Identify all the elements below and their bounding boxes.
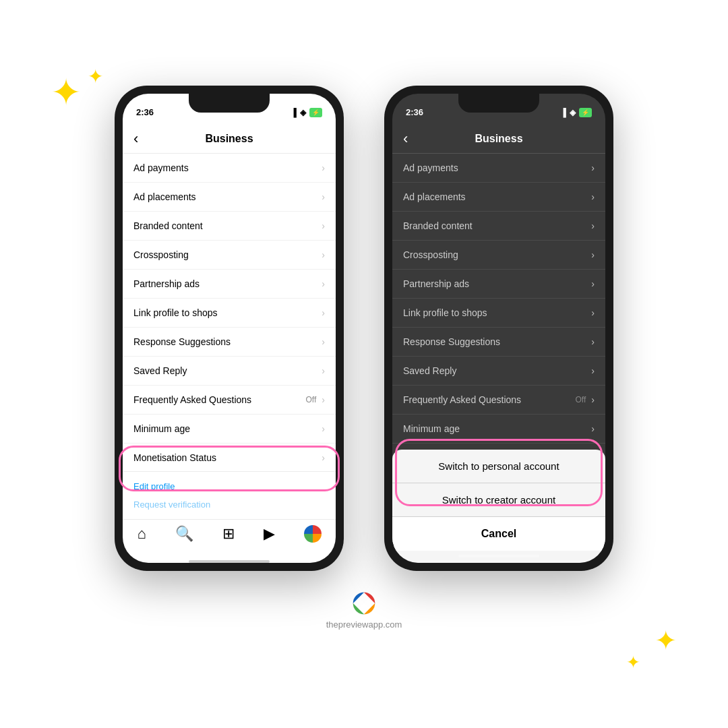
home-indicator-left: [189, 560, 270, 563]
sparkle-icon-br: ✦: [655, 627, 677, 654]
list-item[interactable]: Partnership ads›: [123, 270, 336, 299]
time-right: 2:36: [406, 107, 423, 117]
list-item[interactable]: Frequently Asked Questions Off ›: [392, 386, 605, 415]
list-item[interactable]: Minimum age›: [123, 415, 336, 444]
screen-title-left: Business: [154, 133, 305, 145]
list-item[interactable]: Response Suggestions›: [392, 328, 605, 357]
sparkle-icon-tl: ✦: [51, 74, 82, 111]
signal-icon-left: ▐: [291, 108, 297, 117]
search-tab-icon[interactable]: 🔍: [175, 525, 193, 543]
sparkle-icon-tl2: ✦: [88, 67, 103, 86]
chevron-icon: ›: [591, 278, 595, 289]
status-icons-left: ▐ ◈ ⚡: [291, 108, 322, 117]
right-phone: 2:36 ▐ ◈ ⚡ ‹ Business Ad payments› Ad pl…: [384, 86, 613, 571]
battery-icon-right: ⚡: [579, 108, 592, 117]
chevron-icon: ›: [591, 220, 595, 231]
signal-icon-right: ▐: [560, 108, 566, 117]
list-item[interactable]: Partnership ads›: [392, 270, 605, 299]
edit-profile-link[interactable]: Edit profile: [133, 477, 325, 495]
chevron-icon: ›: [322, 220, 325, 231]
profile-tab-icon[interactable]: [304, 525, 322, 543]
chevron-icon: ›: [322, 191, 325, 202]
list-item[interactable]: Link profile to shops›: [123, 299, 336, 328]
list-item[interactable]: Ad payments›: [392, 154, 605, 183]
main-container: ✦ ✦ ✦ ✦ 2:36 ▐ ◈ ⚡ ‹ Business: [115, 86, 613, 571]
right-phone-screen: 2:36 ▐ ◈ ⚡ ‹ Business Ad payments› Ad pl…: [392, 94, 605, 563]
list-item[interactable]: Minimum age›: [392, 415, 605, 444]
notch-right: [458, 94, 539, 113]
list-item[interactable]: Ad placements›: [123, 183, 336, 212]
list-item[interactable]: Ad payments›: [123, 154, 336, 183]
chevron-icon: ›: [591, 423, 595, 434]
chevron-icon: ›: [322, 394, 325, 405]
back-button-left[interactable]: ‹: [133, 130, 154, 148]
chevron-icon: ›: [322, 249, 325, 260]
chevron-icon: ›: [322, 162, 325, 173]
left-phone: 2:36 ▐ ◈ ⚡ ‹ Business Ad payments› Ad pl…: [115, 86, 344, 571]
chevron-icon: ›: [591, 394, 595, 405]
wifi-icon-right: ◈: [570, 108, 576, 117]
switch-personal-option[interactable]: Switch to personal account: [392, 450, 605, 483]
tab-bar-left: ⌂ 🔍 ⊞ ▶: [123, 519, 336, 556]
svg-point-1: [361, 599, 368, 607]
home-indicator-right: [458, 555, 539, 557]
list-item[interactable]: Branded content›: [392, 212, 605, 241]
home-tab-icon[interactable]: ⌂: [137, 525, 146, 543]
notch-left: [189, 94, 270, 113]
branding: thepreviewapp.com: [326, 591, 402, 630]
add-tab-icon[interactable]: ⊞: [222, 525, 235, 543]
chevron-icon: ›: [322, 336, 325, 347]
list-item[interactable]: Response Suggestions›: [123, 328, 336, 357]
list-item[interactable]: Monetisation Status›: [123, 444, 336, 471]
list-item[interactable]: Crossposting›: [392, 241, 605, 270]
chevron-icon: ›: [322, 452, 325, 463]
chevron-icon: ›: [322, 365, 325, 376]
screen-title-right: Business: [423, 133, 574, 145]
screen-header-left: ‹ Business: [123, 125, 336, 154]
brand-logo: [352, 591, 376, 615]
back-button-right[interactable]: ‹: [403, 130, 423, 148]
list-item[interactable]: Frequently Asked Questions Off ›: [123, 386, 336, 415]
left-phone-screen: 2:36 ▐ ◈ ⚡ ‹ Business Ad payments› Ad pl…: [123, 94, 336, 563]
cancel-button-sheet[interactable]: Cancel: [392, 517, 605, 551]
chevron-icon: ›: [591, 365, 595, 376]
battery-icon-left: ⚡: [309, 108, 322, 117]
list-item[interactable]: Branded content›: [123, 212, 336, 241]
time-left: 2:36: [136, 107, 154, 117]
chevron-icon: ›: [322, 423, 325, 434]
list-item[interactable]: Ad placements›: [392, 183, 605, 212]
list-item[interactable]: Saved Reply›: [392, 357, 605, 386]
request-verification-link[interactable]: Request verification: [133, 495, 325, 514]
chevron-icon: ›: [591, 307, 595, 318]
switch-creator-option[interactable]: Switch to creator account: [392, 483, 605, 517]
sparkle-icon-br2: ✦: [626, 654, 640, 671]
list-item[interactable]: Link profile to shops›: [392, 299, 605, 328]
menu-list-left: Ad payments› Ad placements› Branded cont…: [123, 154, 336, 471]
list-item[interactable]: Crossposting›: [123, 241, 336, 270]
chevron-icon: ›: [591, 191, 595, 202]
chevron-icon: ›: [322, 278, 325, 289]
list-item[interactable]: Saved Reply›: [123, 357, 336, 386]
wifi-icon-left: ◈: [300, 108, 306, 117]
screen-header-right: ‹ Business: [392, 125, 605, 154]
chevron-icon: ›: [591, 336, 595, 347]
chevron-icon: ›: [322, 307, 325, 318]
reels-tab-icon[interactable]: ▶: [264, 525, 275, 543]
brand-url: thepreviewapp.com: [326, 619, 402, 630]
bottom-sheet: Switch to personal account Switch to cre…: [392, 450, 605, 563]
bottom-links-left: Edit profile Request verification: [123, 471, 336, 519]
chevron-icon: ›: [591, 162, 595, 173]
chevron-icon: ›: [591, 249, 595, 260]
status-icons-right: ▐ ◈ ⚡: [560, 108, 592, 117]
